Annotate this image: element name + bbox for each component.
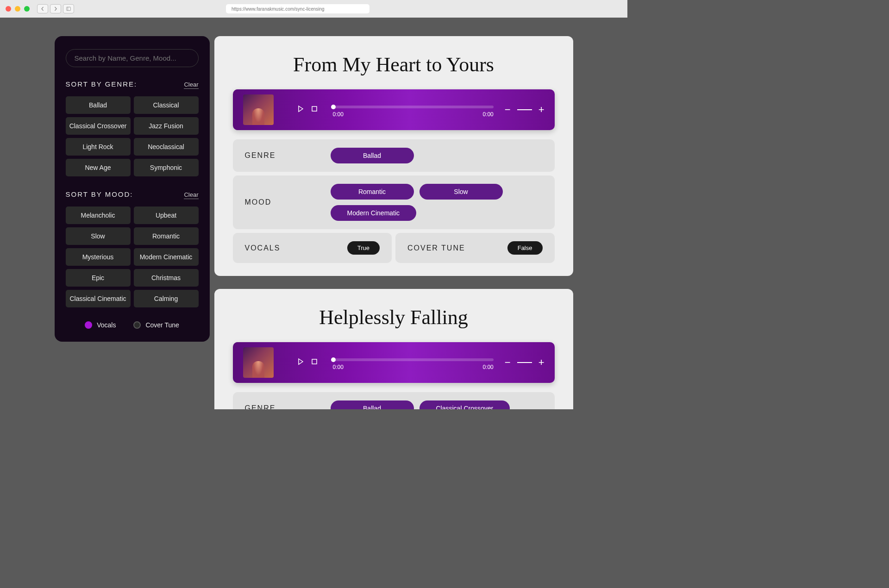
- mood-row: MOOD Romantic Slow Modern Cinematic: [233, 175, 555, 229]
- cover-tune-row: COVER TUNE False: [395, 233, 555, 263]
- genre-row: GENRE Ballad: [233, 139, 555, 172]
- mood-pill[interactable]: Calming: [134, 290, 199, 307]
- genre-pill[interactable]: Classical Crossover: [66, 117, 131, 135]
- volume-up-icon[interactable]: +: [538, 357, 545, 369]
- svg-rect-0: [66, 7, 70, 11]
- stop-icon[interactable]: [311, 358, 318, 367]
- results-column: From My Heart to Yours 0:00 0:00 −: [214, 36, 573, 409]
- mood-pill[interactable]: Mysterious: [66, 248, 131, 266]
- window-controls: [6, 6, 30, 12]
- url-bar[interactable]: https://www.faranakmusic.com/sync-licens…: [226, 4, 369, 13]
- stop-icon[interactable]: [311, 105, 318, 114]
- mood-pill[interactable]: Upbeat: [134, 206, 199, 224]
- genre-pill[interactable]: New Age: [66, 159, 131, 176]
- mood-label: MOOD: [245, 198, 331, 206]
- genre-filter-title: SORT BY GENRE:: [66, 80, 138, 88]
- browser-chrome: https://www.faranakmusic.com/sync-licens…: [0, 0, 627, 18]
- track-card: Helplessly Falling 0:00 0:00 −: [214, 289, 573, 409]
- genre-tag[interactable]: Ballad: [331, 148, 414, 163]
- forward-button[interactable]: [50, 4, 61, 13]
- svg-rect-2: [312, 106, 317, 111]
- play-icon[interactable]: [297, 105, 304, 114]
- genre-tag[interactable]: Classical Crossover: [419, 400, 510, 409]
- mood-tag[interactable]: Modern Cinematic: [331, 205, 417, 221]
- vocals-toggle[interactable]: Vocals: [85, 321, 116, 329]
- volume-slider[interactable]: [517, 362, 532, 363]
- mood-pill[interactable]: Slow: [66, 227, 131, 245]
- vocals-row: VOCALS True: [233, 233, 392, 263]
- cover-value: False: [507, 241, 543, 255]
- track-title: From My Heart to Yours: [233, 53, 555, 76]
- volume-slider[interactable]: [517, 109, 532, 110]
- minimize-window-icon[interactable]: [15, 6, 20, 12]
- audio-player: 0:00 0:00 − +: [233, 342, 555, 383]
- mood-pill[interactable]: Epic: [66, 269, 131, 287]
- genre-pill[interactable]: Classical: [134, 96, 199, 114]
- clear-genre-button[interactable]: Clear: [184, 81, 198, 89]
- audio-player: 0:00 0:00 − +: [233, 89, 555, 130]
- cover-label: COVER TUNE: [407, 244, 465, 252]
- progress-slider[interactable]: [333, 106, 494, 108]
- time-total: 0:00: [482, 364, 493, 370]
- vocals-label: VOCALS: [245, 244, 281, 252]
- track-card: From My Heart to Yours 0:00 0:00 −: [214, 36, 573, 276]
- sidebar-toggle-button[interactable]: [63, 4, 74, 13]
- album-art: [243, 347, 274, 378]
- cover-tune-toggle[interactable]: Cover Tune: [133, 321, 179, 329]
- time-total: 0:00: [482, 111, 493, 118]
- time-current: 0:00: [333, 364, 344, 370]
- radio-on-icon: [85, 321, 92, 329]
- back-button[interactable]: [37, 4, 48, 13]
- progress-slider[interactable]: [333, 358, 494, 361]
- maximize-window-icon[interactable]: [24, 6, 30, 12]
- mood-pill[interactable]: Melancholic: [66, 206, 131, 224]
- mood-tag[interactable]: Romantic: [331, 184, 414, 200]
- mood-pill[interactable]: Classical Cinematic: [66, 290, 131, 307]
- genre-row: GENRE Ballad Classical Crossover: [233, 392, 555, 409]
- genre-pill[interactable]: Jazz Fusion: [134, 117, 199, 135]
- genre-tag[interactable]: Ballad: [331, 400, 414, 409]
- radio-off-icon: [133, 321, 141, 329]
- vocals-toggle-label: Vocals: [97, 321, 116, 329]
- time-current: 0:00: [333, 111, 344, 118]
- search-input[interactable]: [66, 49, 199, 67]
- play-icon[interactable]: [297, 358, 304, 367]
- vocals-value: True: [347, 241, 380, 255]
- mood-pill[interactable]: Romantic: [134, 227, 199, 245]
- genre-pill[interactable]: Symphonic: [134, 159, 199, 176]
- svg-rect-3: [312, 359, 317, 364]
- browser-nav-buttons: [37, 4, 74, 13]
- genre-pill[interactable]: Ballad: [66, 96, 131, 114]
- url-text: https://www.faranakmusic.com/sync-licens…: [232, 6, 325, 12]
- clear-mood-button[interactable]: Clear: [184, 191, 198, 199]
- mood-filter-title: SORT BY MOOD:: [66, 190, 133, 198]
- mood-pill[interactable]: Modern Cinematic: [134, 248, 199, 266]
- genre-pill[interactable]: Light Rock: [66, 138, 131, 156]
- mood-tag[interactable]: Slow: [419, 184, 503, 200]
- close-window-icon[interactable]: [6, 6, 11, 12]
- genre-label: GENRE: [245, 404, 331, 409]
- volume-up-icon[interactable]: +: [538, 104, 545, 116]
- volume-down-icon[interactable]: −: [505, 104, 511, 116]
- volume-down-icon[interactable]: −: [505, 357, 511, 369]
- genre-pill[interactable]: Neoclassical: [134, 138, 199, 156]
- genre-label: GENRE: [245, 151, 331, 160]
- album-art: [243, 94, 274, 125]
- filter-sidebar: SORT BY GENRE: Clear Ballad Classical Cl…: [55, 36, 210, 342]
- mood-pill[interactable]: Christmas: [134, 269, 199, 287]
- cover-toggle-label: Cover Tune: [145, 321, 179, 329]
- track-title: Helplessly Falling: [233, 306, 555, 329]
